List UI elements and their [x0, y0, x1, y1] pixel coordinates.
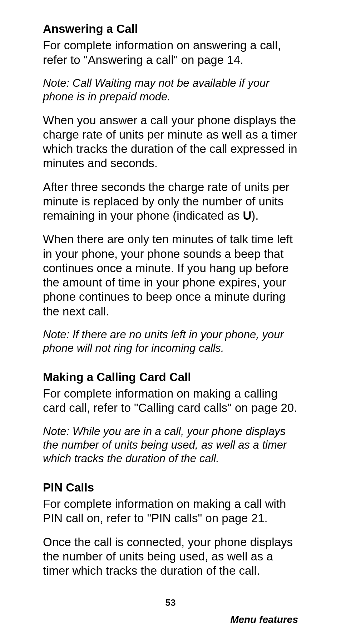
paragraph: For complete information on making a cal…: [43, 497, 298, 526]
paragraph: When you answer a call your phone displa…: [43, 113, 298, 171]
paragraph-part: ).: [251, 209, 258, 222]
note-body: If there are no units left in your phone…: [43, 328, 284, 354]
section-divider: [43, 475, 298, 480]
paragraph: When there are only ten minutes of talk …: [43, 232, 298, 319]
note-body: Call Waiting may not be available if you…: [43, 77, 270, 103]
note-paragraph: Note: If there are no units left in your…: [43, 328, 298, 355]
note-label: Note:: [43, 328, 69, 341]
paragraph: After three seconds the charge rate of u…: [43, 180, 298, 223]
heading-pin-calls: PIN Calls: [43, 480, 298, 495]
paragraph: For complete information on answering a …: [43, 38, 298, 67]
note-paragraph: Note: Call Waiting may not be available …: [43, 76, 298, 104]
paragraph: Once the call is connected, your phone d…: [43, 535, 298, 578]
note-body: While you are in a call, your phone disp…: [43, 425, 287, 465]
units-indicator: U: [243, 209, 252, 222]
footer-section-label: Menu features: [230, 614, 298, 625]
page-number: 53: [0, 597, 341, 608]
heading-calling-card-call: Making a Calling Card Call: [43, 370, 298, 384]
note-label: Note:: [43, 77, 69, 89]
heading-answering-a-call: Answering a Call: [43, 21, 298, 36]
paragraph: For complete information on making a cal…: [43, 386, 298, 415]
document-page: Answering a Call For complete informatio…: [0, 0, 341, 644]
section-divider: [43, 365, 298, 370]
note-label: Note:: [43, 425, 69, 438]
note-paragraph: Note: While you are in a call, your phon…: [43, 425, 298, 466]
